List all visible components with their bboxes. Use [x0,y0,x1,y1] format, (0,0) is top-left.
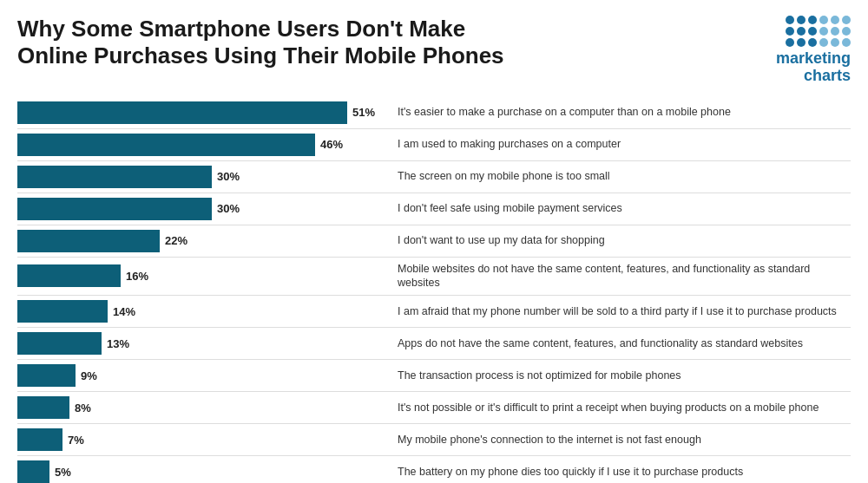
bar [17,364,76,387]
bar [17,198,212,220]
logo-dot [808,27,817,36]
bar-description: The transaction process is not optimized… [391,360,851,391]
logo-dot [842,38,851,47]
logo-dot [808,38,817,47]
bar-pct-label: 46% [320,138,346,151]
bar-pct-label: 30% [217,170,243,183]
bar-description: I don't want to use up my data for shopp… [391,225,851,257]
bar-pct-label: 5% [55,466,81,479]
chart-row: 14% I am afraid that my phone number wil… [17,296,851,328]
bar-pct-label: 9% [81,369,107,382]
bar-cell: 16% [17,258,391,296]
bar [17,396,69,419]
bar-cell: 30% [17,193,391,225]
bar [17,428,62,451]
bar-description: The battery on my phone dies too quickly… [391,456,851,483]
logo-dot [797,16,806,24]
bar-description: It's not possible or it's difficult to p… [391,392,851,423]
bar-description: Mobile websites do not have the same con… [391,258,851,296]
logo-dots [786,16,851,47]
bar [17,230,160,252]
bar-cell: 14% [17,296,391,327]
bar [17,332,102,355]
logo-dot [786,16,794,24]
logo-dot [831,16,839,24]
logo-text: marketing charts [776,50,851,85]
logo-dot [831,38,839,47]
bar-pct-label: 16% [126,270,152,283]
bar [17,300,108,323]
chart-row: 46% I am used to making purchases on a c… [17,129,851,161]
bar-cell: 51% [17,97,391,128]
bar-description: Apps do not have the same content, featu… [391,328,851,359]
bar [17,264,121,287]
chart-row: 9% The transaction process is not optimi… [17,360,851,392]
bar-description: My mobile phone's connection to the inte… [391,424,851,455]
bar-cell: 5% [17,456,391,483]
bar [17,460,49,483]
bar-description: The screen on my mobile phone is too sma… [391,161,851,193]
bar-cell: 30% [17,161,391,193]
bar-pct-label: 13% [107,337,133,350]
chart-row: 5% The battery on my phone dies too quic… [17,456,851,483]
bar-description: I am used to making purchases on a compu… [391,129,851,160]
bar-description: I don't feel safe using mobile payment s… [391,193,851,225]
logo-dot [786,38,794,47]
bar-pct-label: 8% [75,401,101,414]
bar-cell: 8% [17,392,391,423]
chart-row: 30% The screen on my mobile phone is too… [17,161,851,193]
bar-pct-label: 51% [352,106,378,119]
logo-dot [786,27,794,36]
logo-area: marketing charts [729,16,851,85]
logo-dot [797,27,806,36]
chart-row: 7% My mobile phone's connection to the i… [17,424,851,456]
bar-cell: 13% [17,328,391,359]
bar-cell: 9% [17,360,391,391]
logo-dot [819,38,828,47]
chart-area: 51% It's easier to make a purchase on a … [17,97,851,483]
logo-dot [797,38,806,47]
logo-dot [819,16,828,24]
header: Why Some Smartphone Users Don't Make Onl… [17,16,851,85]
bar-cell: 46% [17,129,391,160]
bar-pct-label: 30% [217,202,243,215]
bar-pct-label: 7% [68,434,94,447]
chart-row: 16% Mobile websites do not have the same… [17,258,851,297]
bar-cell: 22% [17,225,391,257]
chart-row: 30% I don't feel safe using mobile payme… [17,193,851,225]
bar-description: It's easier to make a purchase on a comp… [391,97,851,128]
logo-dot [819,27,828,36]
bar-description: I am afraid that my phone number will be… [391,296,851,327]
logo-dot [831,27,839,36]
bar [17,134,315,156]
chart-row: 22% I don't want to use up my data for s… [17,225,851,258]
chart-title: Why Some Smartphone Users Don't Make Onl… [17,16,504,69]
main-container: Why Some Smartphone Users Don't Make Onl… [0,0,868,483]
chart-row: 13% Apps do not have the same content, f… [17,328,851,360]
bar-pct-label: 22% [165,234,191,247]
bar-pct-label: 14% [113,305,139,318]
chart-row: 8% It's not possible or it's difficult t… [17,392,851,424]
bar [17,166,212,188]
logo-dot [842,27,851,36]
bar [17,101,347,124]
logo-dot [808,16,817,24]
chart-row: 51% It's easier to make a purchase on a … [17,97,851,129]
logo-dot [842,16,851,24]
bar-cell: 7% [17,424,391,455]
